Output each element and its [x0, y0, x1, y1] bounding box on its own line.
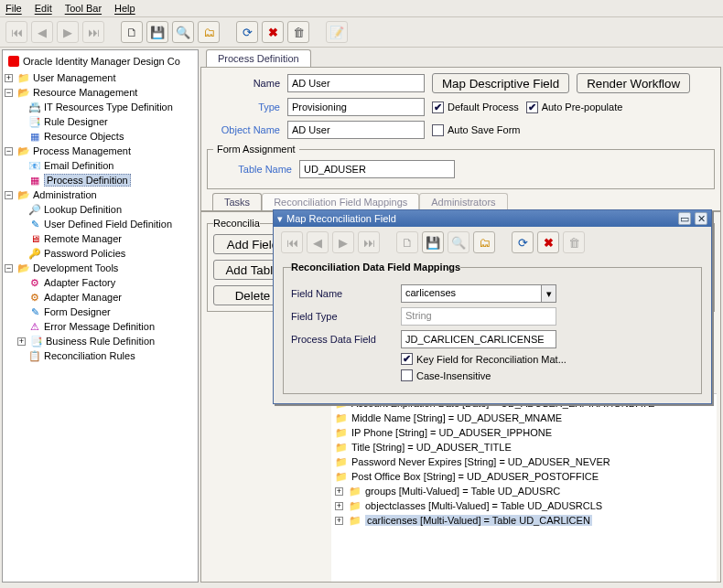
- new-icon[interactable]: 🗋: [121, 21, 143, 43]
- rule-icon: 📑: [28, 115, 41, 128]
- dropdown-icon[interactable]: ▾: [541, 285, 556, 302]
- expand-icon[interactable]: +: [335, 517, 343, 525]
- first-record-icon: ⏮: [5, 21, 27, 43]
- folder-open-icon: 📂: [17, 188, 30, 201]
- tree-rule-designer[interactable]: Rule Designer: [44, 116, 108, 127]
- menu-bar: File Edit Tool Bar Help: [0, 0, 723, 17]
- tree-proc-mgmt[interactable]: Process Management: [33, 145, 131, 156]
- delete-icon[interactable]: ✖: [262, 21, 284, 43]
- tree-it-res[interactable]: IT Resources Type Definition: [44, 102, 173, 112]
- recon-item[interactable]: groups [Multi-Valued] = Table UD_ADUSRC: [365, 486, 560, 497]
- search-icon: 🔍: [448, 231, 469, 253]
- tree-root: Oracle Identity Manager Design Co: [23, 56, 180, 67]
- object-name-input[interactable]: [287, 121, 425, 139]
- menu-edit[interactable]: Edit: [35, 3, 52, 14]
- pwd-icon: 🔑: [28, 247, 41, 260]
- assign-icon[interactable]: 🗂: [473, 231, 495, 253]
- save-icon[interactable]: 💾: [146, 21, 168, 43]
- tab-recon-mapping[interactable]: Reconciliation Field Mappings: [262, 193, 419, 210]
- tree-admin[interactable]: Administration: [33, 189, 97, 200]
- expand-icon[interactable]: +: [335, 502, 343, 510]
- table-name-input[interactable]: [299, 160, 455, 178]
- expand-icon[interactable]: +: [335, 487, 343, 496]
- default-process-checkbox[interactable]: ✔Default Process: [432, 102, 519, 113]
- collapse-icon[interactable]: −: [5, 147, 13, 155]
- tree-rr[interactable]: Reconciliation Rules: [44, 350, 135, 361]
- recon-item[interactable]: Post Office Box [String] = UD_ADUSER_POS…: [351, 471, 599, 482]
- delete-icon[interactable]: ✖: [537, 231, 559, 253]
- tab-process-definition[interactable]: Process Definition: [206, 49, 311, 67]
- name-label: Name: [207, 78, 280, 89]
- recon-item-selected[interactable]: carlicenses [Multi-Valued] = Table UD_CA…: [365, 515, 592, 526]
- render-workflow-button[interactable]: Render Workflow: [577, 73, 690, 93]
- tree-user-mgmt[interactable]: User Management: [33, 72, 116, 83]
- folder-icon: 📁: [335, 441, 348, 454]
- oracle-logo-icon: [8, 56, 19, 67]
- refresh-icon[interactable]: ⟳: [512, 231, 534, 253]
- recon-item[interactable]: IP Phone [String] = UD_ADUSER_IPPHONE: [351, 427, 552, 438]
- collapse-icon[interactable]: −: [5, 264, 13, 273]
- auto-save-checkbox[interactable]: Auto Save Form: [432, 124, 520, 136]
- tree-af[interactable]: Adapter Factory: [44, 277, 115, 288]
- field-name-select[interactable]: carlicenses ▾: [401, 284, 556, 303]
- tree-proc-def[interactable]: Process Definition: [44, 174, 131, 187]
- recon-item[interactable]: objectclasses [Multi-Valued] = Table UD_…: [365, 500, 602, 511]
- type-input[interactable]: [287, 98, 425, 116]
- search-icon[interactable]: 🔍: [172, 21, 194, 43]
- tree-am[interactable]: Adapter Manager: [44, 292, 122, 303]
- folder-icon: 📁: [335, 412, 348, 424]
- dialog-min-icon[interactable]: ▭: [678, 212, 691, 225]
- object-name-label: Object Name: [207, 124, 280, 135]
- collapse-icon[interactable]: −: [5, 191, 13, 199]
- map-descriptive-button[interactable]: Map Descriptive Field: [432, 73, 569, 93]
- navigator-tree[interactable]: Oracle Identity Manager Design Co +📁User…: [2, 49, 199, 583]
- case-insensitive-checkbox[interactable]: Case-Insensitive: [401, 369, 491, 381]
- tab-administrators[interactable]: Administrators: [419, 193, 507, 210]
- folder-icon: 📁: [17, 71, 30, 84]
- refresh-icon[interactable]: ⟳: [236, 21, 258, 43]
- expand-icon[interactable]: +: [5, 74, 13, 82]
- process-data-field-input[interactable]: [401, 330, 556, 348]
- trash-icon[interactable]: 🗑: [287, 21, 309, 43]
- tree-res-mgmt[interactable]: Resource Management: [33, 87, 137, 98]
- menu-toolbar[interactable]: Tool Bar: [65, 3, 102, 14]
- key-field-checkbox[interactable]: ✔Key Field for Reconciliation Mat...: [401, 353, 567, 365]
- assign-icon[interactable]: 🗂: [198, 21, 220, 43]
- tree-fd[interactable]: Form Designer: [44, 306, 111, 317]
- menu-file[interactable]: File: [5, 3, 22, 14]
- recon-item[interactable]: Password Never Expires [String] = UD_ADU…: [351, 456, 610, 467]
- tree-pwd[interactable]: Password Policies: [44, 248, 125, 259]
- collapse-icon[interactable]: −: [5, 89, 13, 97]
- next-record-icon: ▶: [57, 21, 79, 43]
- recon-mapping-tree[interactable]: 📁Account Expiration Date [Date] = UD_ADU…: [331, 393, 717, 582]
- folder-icon: 📁: [349, 514, 362, 527]
- folder-open-icon: 📂: [17, 262, 30, 274]
- tree-udfd[interactable]: User Defined Field Definition: [44, 219, 172, 230]
- tree-brd[interactable]: Business Rule Definition: [46, 336, 155, 347]
- tree-email-def[interactable]: Email Definition: [44, 160, 113, 171]
- tree-res-objs[interactable]: Resource Objects: [44, 131, 124, 142]
- tree-lookup[interactable]: Lookup Definition: [44, 204, 122, 215]
- expand-icon[interactable]: +: [17, 337, 26, 346]
- form-icon: 📇: [28, 101, 41, 113]
- table-name-label: Table Name: [213, 164, 292, 175]
- folder-open-icon: 📂: [17, 144, 30, 157]
- recon-item[interactable]: Title [String] = UD_ADUSER_TITLE: [351, 442, 512, 453]
- recon-item[interactable]: Middle Name [String] = UD_ADUSER_MNAME: [351, 412, 562, 423]
- recon-rules-icon: 📋: [28, 349, 41, 362]
- auto-prepopulate-checkbox[interactable]: ✔Auto Pre-populate: [526, 102, 623, 113]
- tab-tasks[interactable]: Tasks: [212, 193, 262, 210]
- save-icon[interactable]: 💾: [422, 231, 444, 253]
- tree-dev[interactable]: Development Tools: [33, 262, 118, 273]
- name-input[interactable]: [287, 74, 425, 92]
- dialog-title: Map Reconciliation Field: [286, 213, 396, 224]
- folder-open-icon: 📂: [17, 86, 30, 99]
- adapter-manager-icon: ⚙: [28, 291, 41, 304]
- tree-remote[interactable]: Remote Manager: [44, 233, 122, 244]
- menu-help[interactable]: Help: [114, 3, 135, 14]
- dialog-close-icon[interactable]: ✕: [695, 212, 707, 225]
- tree-emd[interactable]: Error Message Definition: [44, 321, 155, 332]
- adapter-factory-icon: ⚙: [28, 276, 41, 289]
- prev-record-icon: ◀: [307, 231, 329, 253]
- dialog-titlebar[interactable]: ▾ Map Reconciliation Field ▭ ✕: [274, 210, 711, 227]
